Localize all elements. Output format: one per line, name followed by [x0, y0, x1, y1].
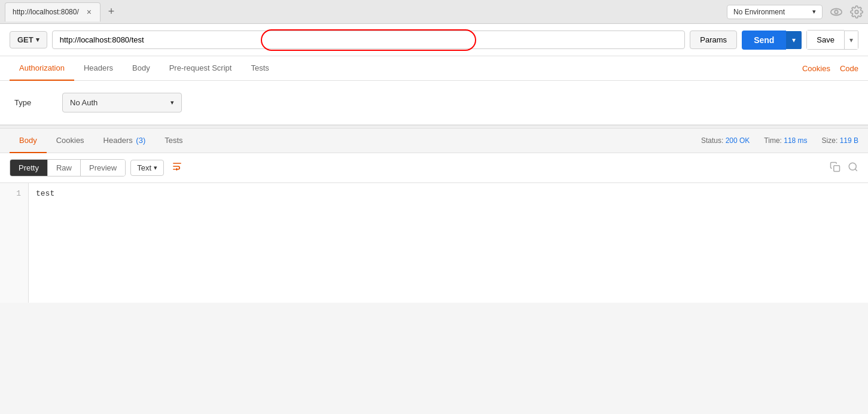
- size-label: Size: 119 B: [822, 136, 858, 145]
- save-dropdown-button[interactable]: ▾: [844, 31, 858, 50]
- send-dropdown-button[interactable]: ▾: [786, 31, 802, 49]
- send-button-group: Send ▾: [742, 31, 802, 50]
- tab-bar: http://localhost:8080/ × + No Environmen…: [0, 0, 868, 24]
- svg-point-0: [831, 8, 842, 15]
- request-tabs: Authorization Headers Body Pre-request S…: [0, 56, 868, 81]
- code-link[interactable]: Code: [840, 64, 858, 73]
- svg-line-5: [855, 169, 857, 171]
- body-toolbar: Pretty Raw Preview Text ▾: [0, 153, 868, 183]
- time-value: 118 ms: [784, 136, 807, 145]
- tab-body[interactable]: Body: [123, 56, 160, 81]
- cookies-link[interactable]: Cookies: [802, 64, 830, 73]
- format-selector[interactable]: Text ▾: [130, 160, 164, 176]
- resp-tab-cookies[interactable]: Cookies: [47, 129, 94, 153]
- code-content: test: [29, 183, 868, 303]
- url-input[interactable]: [52, 31, 686, 49]
- tab-bar-right: No Environment ▾: [727, 5, 863, 19]
- tab-authorization[interactable]: Authorization: [10, 56, 74, 81]
- env-chevron-icon: ▾: [812, 8, 816, 16]
- auth-type-label: Type: [14, 98, 50, 107]
- save-button-group: Save ▾: [806, 30, 858, 50]
- tab-pre-request[interactable]: Pre-request Script: [160, 56, 242, 81]
- method-label: GET: [17, 35, 33, 44]
- preview-tab[interactable]: Preview: [81, 160, 125, 176]
- new-tab-button[interactable]: +: [103, 4, 120, 20]
- word-wrap-icon[interactable]: [169, 158, 185, 178]
- headers-count: (3): [134, 136, 146, 145]
- copy-icon[interactable]: [830, 162, 840, 175]
- size-value: 119 B: [840, 136, 858, 145]
- resp-tab-body[interactable]: Body: [10, 129, 47, 153]
- status-value: 200 OK: [726, 136, 750, 145]
- format-label: Text: [137, 163, 151, 172]
- svg-rect-3: [834, 165, 840, 171]
- pretty-tab[interactable]: Pretty: [10, 160, 48, 176]
- svg-point-1: [835, 10, 838, 14]
- env-label: No Environment: [733, 8, 785, 16]
- method-chevron-icon: ▾: [36, 36, 39, 44]
- svg-point-4: [849, 163, 856, 170]
- auth-type-selector[interactable]: No Auth ▾: [62, 93, 182, 112]
- url-input-wrapper: [52, 31, 686, 49]
- search-icon[interactable]: [848, 162, 858, 175]
- response-tabs-bar: Body Cookies Headers (3) Tests Status: 2…: [0, 129, 868, 153]
- tab-headers[interactable]: Headers: [74, 56, 123, 81]
- tab-tests[interactable]: Tests: [241, 56, 278, 81]
- save-button[interactable]: Save: [806, 30, 844, 50]
- auth-chevron-icon: ▾: [170, 99, 174, 106]
- auth-section: Type No Auth ▾: [0, 81, 868, 125]
- resp-tab-tests[interactable]: Tests: [155, 129, 192, 153]
- resp-tab-headers[interactable]: Headers (3): [94, 129, 156, 153]
- response-body: 1 test: [0, 183, 868, 303]
- body-view-tabs: Pretty Raw Preview: [10, 159, 126, 176]
- request-tab-actions: Cookies Code: [802, 64, 858, 73]
- auth-type-value: No Auth: [70, 98, 98, 107]
- response-status-bar: Status: 200 OK Time: 118 ms Size: 119 B: [701, 136, 858, 145]
- svg-point-2: [855, 10, 858, 14]
- auth-row: Type No Auth ▾: [14, 93, 854, 112]
- settings-icon[interactable]: [850, 5, 863, 19]
- body-toolbar-right: [830, 162, 858, 175]
- tab-title: http://localhost:8080/: [13, 8, 81, 16]
- tab-close-icon[interactable]: ×: [86, 7, 93, 17]
- line-number-1: 1: [7, 189, 21, 198]
- method-selector[interactable]: GET ▾: [10, 31, 47, 48]
- send-button[interactable]: Send: [742, 31, 786, 50]
- eye-icon[interactable]: [830, 5, 843, 19]
- format-chevron-icon: ▾: [154, 164, 157, 172]
- url-bar: GET ▾ Params Send ▾ Save ▾: [0, 24, 868, 56]
- status-label: Status: 200 OK: [701, 136, 750, 145]
- time-label: Time: 118 ms: [764, 136, 807, 145]
- environment-selector[interactable]: No Environment ▾: [727, 5, 823, 19]
- browser-tab[interactable]: http://localhost:8080/ ×: [5, 2, 100, 22]
- params-button[interactable]: Params: [690, 31, 737, 49]
- code-line-1: test: [36, 189, 861, 198]
- raw-tab[interactable]: Raw: [48, 160, 81, 176]
- line-numbers: 1: [0, 183, 29, 303]
